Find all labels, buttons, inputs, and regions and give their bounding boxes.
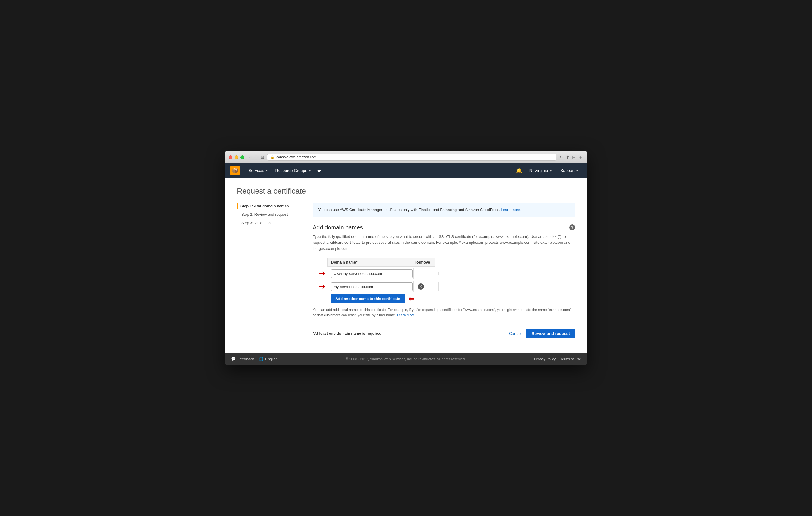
info-text: You can use AWS Certificate Manager cert… [318,208,500,212]
section-title-row: Add domain names ? [313,224,575,231]
forward-button[interactable]: › [253,154,258,160]
aws-navbar: 📦 Services ▼ Resource Groups ▼ ★ 🔔 N. Vi… [225,163,587,178]
new-tab-button[interactable]: ＋ [578,154,583,161]
services-nav-item[interactable]: Services ▼ [245,163,272,178]
sidebar-toggle-button[interactable]: ⊟ [572,154,576,161]
back-button[interactable]: ‹ [247,154,252,160]
add-note-link[interactable]: Learn more. [397,313,416,317]
close-button[interactable] [229,155,232,159]
table-header: Domain name* Remove [327,258,575,267]
feedback-chat-icon: 💬 [231,357,236,361]
traffic-lights [229,155,244,159]
privacy-policy-link[interactable]: Privacy Policy [534,357,556,361]
support-nav-item[interactable]: Support ▼ [557,163,582,178]
add-arrow-icon: ⬅ [408,294,415,303]
aws-logo-icon: 📦 [230,166,240,175]
address-bar[interactable]: 🔒 console.aws.amazon.com [267,154,556,161]
add-note: You can add additional names to this cer… [313,307,575,318]
footer-bar: *At least one domain name is required Ca… [313,324,575,338]
add-note-text: You can add additional names to this cer… [313,308,571,317]
bookmarks-icon[interactable]: ★ [315,168,323,174]
required-note: *At least one domain name is required [313,331,381,336]
section-title-text: Add domain names [313,224,363,231]
arrow-spacer-1: ➜ [313,269,327,277]
maximize-button[interactable] [240,155,244,159]
td-domain-2 [329,281,413,293]
reload-button[interactable]: ↻ [559,155,563,159]
region-label: N. Virginia [529,168,548,173]
lock-icon: 🔒 [270,155,274,159]
remove-button-2[interactable]: ✕ [418,283,424,290]
review-and-request-button[interactable]: Review and request [526,329,576,338]
support-label: Support [560,168,575,173]
resource-groups-dropdown-icon: ▼ [308,169,311,172]
terms-of-use-link[interactable]: Terms of Use [560,357,581,361]
main-content: Request a certificate Step 1: Add domain… [225,178,587,353]
domain-row-1: ➜ [313,268,575,279]
services-dropdown-icon: ▼ [265,169,268,172]
main-panel: You can use AWS Certificate Manager cert… [313,203,575,338]
sidebar-step-2[interactable]: Step 2: Review and request [237,211,307,218]
resource-groups-label: Resource Groups [276,168,308,173]
arrow-icon-2: ➜ [319,282,325,291]
help-icon[interactable]: ? [569,224,575,230]
domain-input-2[interactable] [331,282,413,291]
language-button[interactable]: 🌐 English [259,357,278,361]
page-title: Request a certificate [237,187,575,195]
english-label: English [265,357,278,361]
cancel-button[interactable]: Cancel [509,331,522,336]
aws-logo[interactable]: 📦 [230,165,240,176]
arrow-icon-1: ➜ [319,269,325,277]
add-another-name-button[interactable]: Add another name to this certificate [331,294,405,303]
footer-actions: Cancel Review and request [509,329,575,338]
sidebar: Step 1: Add domain names Step 2: Review … [237,203,313,338]
info-box: You can use AWS Certificate Manager cert… [313,203,575,217]
td-remove-2[interactable]: ✕ [415,282,439,291]
browser-chrome: ‹ › ⊡ 🔒 console.aws.amazon.com ↻ ⬆ ⊟ ＋ [225,151,587,163]
tab-view-button[interactable]: ⊡ [261,155,264,159]
support-dropdown-icon: ▼ [576,169,579,172]
td-domain-1 [329,268,413,279]
bottom-bar-left: 💬 Feedback 🌐 English [231,357,278,361]
td-remove-1 [415,272,439,275]
sidebar-step-3[interactable]: Step 3: Validation [237,219,307,226]
add-name-section: Add another name to this certificate ⬅ [313,294,575,303]
bottom-bar-right: Privacy Policy Terms of Use [534,357,581,361]
globe-icon: 🌐 [259,357,263,361]
minimize-button[interactable] [234,155,238,159]
feedback-button[interactable]: 💬 Feedback [231,357,254,361]
copyright-text: © 2008 - 2017, Amazon Web Services, Inc.… [284,357,528,361]
region-nav-item[interactable]: N. Virginia ▼ [526,163,556,178]
bell-icon[interactable]: 🔔 [514,167,525,174]
bottom-bar: 💬 Feedback 🌐 English © 2008 - 2017, Amaz… [225,353,587,365]
share-button[interactable]: ⬆ [566,154,570,161]
domain-input-1[interactable] [331,269,413,278]
url-text: console.aws.amazon.com [276,155,316,159]
section-description: Type the fully qualified domain name of … [313,234,575,252]
th-remove: Remove [412,258,435,267]
services-label: Services [249,168,264,173]
feedback-label: Feedback [237,357,254,361]
arrow-spacer-2: ➜ [313,282,327,291]
learn-more-link[interactable]: Learn more. [501,208,521,212]
region-dropdown-icon: ▼ [549,169,552,172]
sidebar-step-1[interactable]: Step 1: Add domain names [237,203,307,209]
resource-groups-nav-item[interactable]: Resource Groups ▼ [272,163,315,178]
th-domain-name: Domain name* [327,258,412,267]
domain-row-2: ➜ ✕ [313,281,575,293]
